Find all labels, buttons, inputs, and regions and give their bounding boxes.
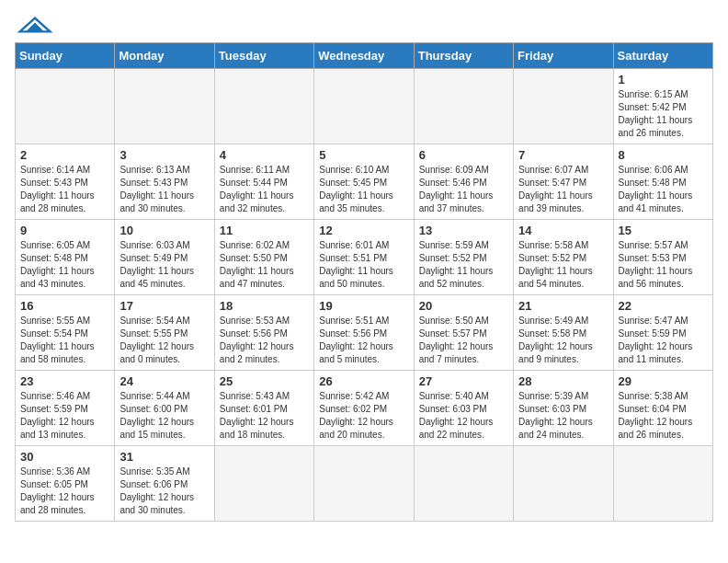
calendar-cell: 29Sunrise: 5:38 AM Sunset: 6:04 PM Dayli… (613, 371, 712, 446)
weekday-monday: Monday (115, 43, 214, 69)
calendar-cell (115, 69, 214, 144)
day-number: 9 (20, 224, 109, 237)
day-number: 7 (518, 148, 608, 162)
day-info: Sunrise: 5:46 AM Sunset: 5:59 PM Dayligh… (20, 390, 109, 442)
calendar-body: 1Sunrise: 6:15 AM Sunset: 5:42 PM Daylig… (16, 69, 713, 522)
calendar-cell (314, 69, 414, 144)
calendar-cell: 20Sunrise: 5:50 AM Sunset: 5:57 PM Dayli… (414, 295, 513, 371)
day-info: Sunrise: 5:35 AM Sunset: 6:06 PM Dayligh… (119, 465, 209, 517)
day-number: 1 (619, 73, 708, 86)
calendar-cell: 17Sunrise: 5:54 AM Sunset: 5:55 PM Dayli… (115, 295, 214, 371)
calendar-cell: 14Sunrise: 5:58 AM Sunset: 5:52 PM Dayli… (514, 220, 613, 295)
day-info: Sunrise: 5:57 AM Sunset: 5:53 PM Dayligh… (619, 239, 708, 291)
day-number: 15 (619, 224, 708, 237)
weekday-thursday: Thursday (414, 43, 513, 69)
day-info: Sunrise: 5:51 AM Sunset: 5:56 PM Dayligh… (319, 315, 408, 366)
calendar-cell (414, 446, 513, 522)
day-number: 14 (518, 224, 608, 237)
day-number: 29 (619, 374, 708, 388)
calendar-cell: 27Sunrise: 5:40 AM Sunset: 6:03 PM Dayli… (414, 371, 513, 446)
calendar-cell: 5Sunrise: 6:10 AM Sunset: 5:45 PM Daylig… (314, 144, 414, 220)
day-info: Sunrise: 5:36 AM Sunset: 6:05 PM Dayligh… (20, 465, 109, 517)
calendar-cell: 30Sunrise: 5:36 AM Sunset: 6:05 PM Dayli… (16, 446, 115, 522)
day-number: 20 (419, 299, 508, 313)
day-info: Sunrise: 5:59 AM Sunset: 5:52 PM Dayligh… (419, 239, 508, 291)
day-info: Sunrise: 6:11 AM Sunset: 5:44 PM Dayligh… (220, 164, 309, 215)
calendar-cell: 3Sunrise: 6:13 AM Sunset: 5:43 PM Daylig… (115, 144, 214, 220)
day-info: Sunrise: 5:39 AM Sunset: 6:03 PM Dayligh… (518, 390, 608, 442)
calendar-cell (214, 69, 313, 144)
day-info: Sunrise: 5:58 AM Sunset: 5:52 PM Dayligh… (518, 239, 608, 291)
day-info: Sunrise: 5:42 AM Sunset: 6:02 PM Dayligh… (319, 390, 408, 442)
day-info: Sunrise: 6:01 AM Sunset: 5:51 PM Dayligh… (319, 239, 408, 291)
calendar-week-2: 2Sunrise: 6:14 AM Sunset: 5:43 PM Daylig… (16, 144, 713, 220)
calendar-week-3: 9Sunrise: 6:05 AM Sunset: 5:48 PM Daylig… (16, 220, 713, 295)
calendar-cell: 21Sunrise: 5:49 AM Sunset: 5:58 PM Dayli… (514, 295, 613, 371)
day-number: 25 (220, 374, 309, 388)
day-number: 17 (119, 299, 209, 313)
day-info: Sunrise: 5:55 AM Sunset: 5:54 PM Dayligh… (20, 315, 109, 366)
weekday-tuesday: Tuesday (214, 43, 313, 69)
logo (15, 15, 53, 33)
calendar-cell: 7Sunrise: 6:07 AM Sunset: 5:47 PM Daylig… (514, 144, 613, 220)
weekday-friday: Friday (514, 43, 613, 69)
calendar-cell (613, 446, 712, 522)
weekday-wednesday: Wednesday (314, 43, 414, 69)
day-info: Sunrise: 6:05 AM Sunset: 5:48 PM Dayligh… (20, 239, 109, 291)
day-number: 23 (20, 374, 109, 388)
calendar-cell: 13Sunrise: 5:59 AM Sunset: 5:52 PM Dayli… (414, 220, 513, 295)
calendar-table: SundayMondayTuesdayWednesdayThursdayFrid… (15, 42, 713, 522)
calendar-cell: 31Sunrise: 5:35 AM Sunset: 6:06 PM Dayli… (115, 446, 214, 522)
day-info: Sunrise: 5:53 AM Sunset: 5:56 PM Dayligh… (220, 315, 309, 366)
calendar-cell (314, 446, 414, 522)
day-info: Sunrise: 5:44 AM Sunset: 6:00 PM Dayligh… (119, 390, 209, 442)
calendar-cell (214, 446, 313, 522)
day-number: 13 (419, 224, 508, 237)
day-number: 24 (119, 374, 209, 388)
calendar-cell (514, 446, 613, 522)
calendar-cell: 15Sunrise: 5:57 AM Sunset: 5:53 PM Dayli… (613, 220, 712, 295)
day-number: 5 (319, 148, 408, 162)
calendar-cell: 18Sunrise: 5:53 AM Sunset: 5:56 PM Dayli… (214, 295, 313, 371)
day-number: 6 (419, 148, 508, 162)
day-number: 2 (20, 148, 109, 162)
day-info: Sunrise: 5:38 AM Sunset: 6:04 PM Dayligh… (619, 390, 708, 442)
calendar-cell: 11Sunrise: 6:02 AM Sunset: 5:50 PM Dayli… (214, 220, 313, 295)
header (15, 15, 713, 33)
day-number: 22 (619, 299, 708, 313)
calendar-cell: 6Sunrise: 6:09 AM Sunset: 5:46 PM Daylig… (414, 144, 513, 220)
calendar-cell: 8Sunrise: 6:06 AM Sunset: 5:48 PM Daylig… (613, 144, 712, 220)
day-info: Sunrise: 6:06 AM Sunset: 5:48 PM Dayligh… (619, 164, 708, 215)
day-info: Sunrise: 6:09 AM Sunset: 5:46 PM Dayligh… (419, 164, 508, 215)
calendar-cell (414, 69, 513, 144)
weekday-saturday: Saturday (613, 43, 712, 69)
calendar-cell: 28Sunrise: 5:39 AM Sunset: 6:03 PM Dayli… (514, 371, 613, 446)
weekday-header-row: SundayMondayTuesdayWednesdayThursdayFrid… (16, 43, 713, 69)
calendar-cell (16, 69, 115, 144)
calendar-cell: 12Sunrise: 6:01 AM Sunset: 5:51 PM Dayli… (314, 220, 414, 295)
day-info: Sunrise: 5:50 AM Sunset: 5:57 PM Dayligh… (419, 315, 508, 366)
day-number: 26 (319, 374, 408, 388)
logo-icon (17, 17, 53, 33)
calendar-cell (514, 69, 613, 144)
day-number: 18 (220, 299, 309, 313)
calendar-cell: 9Sunrise: 6:05 AM Sunset: 5:48 PM Daylig… (16, 220, 115, 295)
day-number: 19 (319, 299, 408, 313)
calendar-cell: 19Sunrise: 5:51 AM Sunset: 5:56 PM Dayli… (314, 295, 414, 371)
calendar-cell: 16Sunrise: 5:55 AM Sunset: 5:54 PM Dayli… (16, 295, 115, 371)
day-number: 21 (518, 299, 608, 313)
calendar-cell: 2Sunrise: 6:14 AM Sunset: 5:43 PM Daylig… (16, 144, 115, 220)
calendar-week-5: 23Sunrise: 5:46 AM Sunset: 5:59 PM Dayli… (16, 371, 713, 446)
day-number: 4 (220, 148, 309, 162)
calendar-week-4: 16Sunrise: 5:55 AM Sunset: 5:54 PM Dayli… (16, 295, 713, 371)
day-number: 12 (319, 224, 408, 237)
calendar-week-1: 1Sunrise: 6:15 AM Sunset: 5:42 PM Daylig… (16, 69, 713, 144)
day-number: 27 (419, 374, 508, 388)
day-info: Sunrise: 6:14 AM Sunset: 5:43 PM Dayligh… (20, 164, 109, 215)
day-number: 11 (220, 224, 309, 237)
calendar-cell: 23Sunrise: 5:46 AM Sunset: 5:59 PM Dayli… (16, 371, 115, 446)
day-number: 16 (20, 299, 109, 313)
day-number: 10 (119, 224, 209, 237)
calendar-cell: 25Sunrise: 5:43 AM Sunset: 6:01 PM Dayli… (214, 371, 313, 446)
day-info: Sunrise: 5:43 AM Sunset: 6:01 PM Dayligh… (220, 390, 309, 442)
